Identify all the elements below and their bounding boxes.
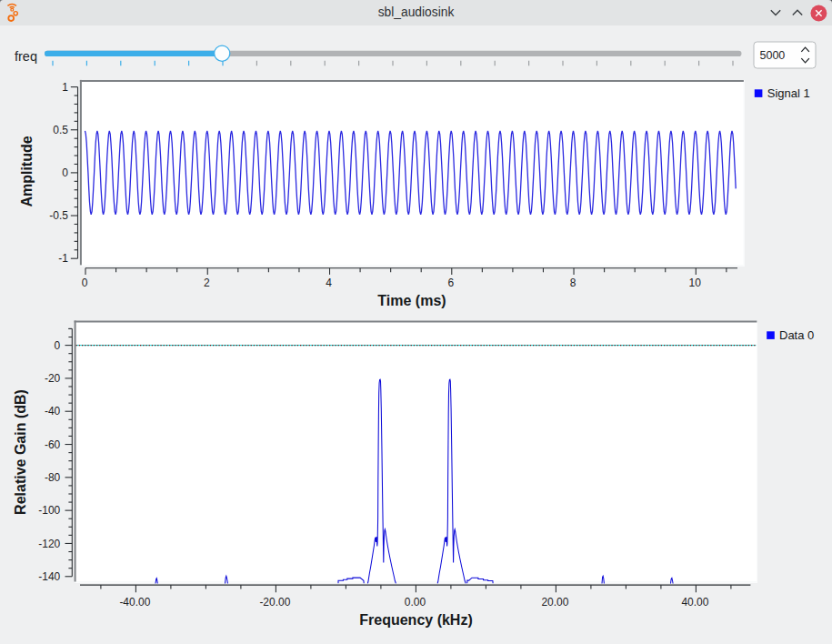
svg-text:-60: -60 xyxy=(45,438,61,451)
svg-text:Signal 1: Signal 1 xyxy=(767,86,810,100)
svg-text:-80: -80 xyxy=(45,471,61,484)
svg-text:1: 1 xyxy=(62,81,68,94)
svg-text:-40: -40 xyxy=(45,405,61,418)
svg-text:-0.5: -0.5 xyxy=(49,209,68,222)
svg-text:0.5: 0.5 xyxy=(53,124,68,136)
svg-text:6: 6 xyxy=(447,277,454,289)
svg-text:8: 8 xyxy=(570,277,576,289)
svg-text:-20: -20 xyxy=(45,372,61,385)
svg-text:Frequency (kHz): Frequency (kHz) xyxy=(359,612,472,628)
svg-text:-20.00: -20.00 xyxy=(259,596,290,609)
svg-text:-140: -140 xyxy=(38,570,60,583)
svg-text:0.00: 0.00 xyxy=(405,596,426,609)
svg-text:5000: 5000 xyxy=(760,49,786,62)
svg-text:-100: -100 xyxy=(38,504,60,517)
svg-text:Relative Gain (dB): Relative Gain (dB) xyxy=(13,389,28,515)
svg-text:0: 0 xyxy=(82,277,88,289)
svg-text:20.00: 20.00 xyxy=(541,596,568,609)
svg-text:Amplitude: Amplitude xyxy=(19,136,35,206)
svg-text:-120: -120 xyxy=(38,538,60,550)
svg-text:2: 2 xyxy=(204,277,210,289)
svg-text:0: 0 xyxy=(55,339,61,352)
svg-text:40.00: 40.00 xyxy=(681,596,708,609)
svg-text:Time (ms): Time (ms) xyxy=(377,293,446,308)
svg-text:-1: -1 xyxy=(58,252,68,265)
svg-text:0: 0 xyxy=(62,166,68,179)
svg-text:Data 0: Data 0 xyxy=(779,328,814,342)
svg-text:-40.00: -40.00 xyxy=(119,596,150,609)
svg-text:4: 4 xyxy=(326,277,332,289)
svg-text:10: 10 xyxy=(689,277,702,289)
